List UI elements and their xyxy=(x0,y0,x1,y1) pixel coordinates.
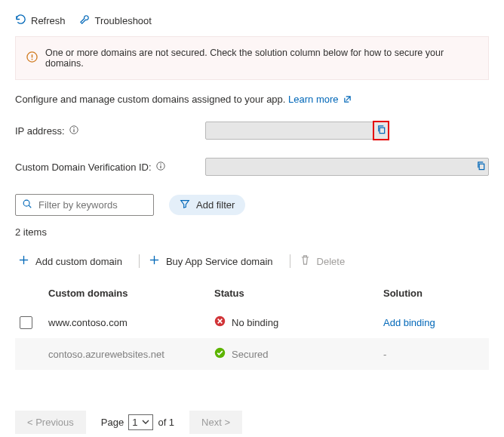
copy-icon[interactable] xyxy=(376,125,386,137)
plus-icon xyxy=(18,254,29,268)
col-status: Status xyxy=(214,288,383,299)
next-page-button: Next > xyxy=(189,411,242,434)
svg-point-5 xyxy=(73,127,75,128)
refresh-icon xyxy=(15,14,26,27)
previous-page-button: < Previous xyxy=(15,411,86,434)
warning-banner: One or more domains are not secured. Che… xyxy=(15,36,489,80)
svg-point-9 xyxy=(160,163,161,165)
chevron-down-icon xyxy=(142,417,149,428)
divider xyxy=(290,254,290,268)
ip-address-label: IP address: xyxy=(15,125,205,137)
svg-rect-6 xyxy=(380,128,385,133)
external-link-icon xyxy=(341,94,352,105)
warning-text: One or more domains are not secured. Che… xyxy=(45,48,478,69)
table-row: contoso.azurewebsites.net Secured - xyxy=(15,338,489,370)
domain-cell: www.contoso.com xyxy=(48,317,214,328)
toolbar: Refresh Troubleshoot xyxy=(15,14,489,27)
refresh-button[interactable]: Refresh xyxy=(15,14,66,27)
search-icon xyxy=(22,198,32,211)
learn-more-link[interactable]: Learn more xyxy=(288,94,352,105)
page-of-label: of 1 xyxy=(158,417,174,428)
keyword-filter[interactable] xyxy=(15,194,154,216)
add-filter-label: Add filter xyxy=(196,199,235,211)
refresh-label: Refresh xyxy=(31,15,66,26)
delete-button: Delete xyxy=(297,251,356,271)
filter-row: Add filter xyxy=(15,194,489,216)
success-icon xyxy=(214,347,226,361)
troubleshoot-label: Troubleshoot xyxy=(95,15,152,26)
col-domain: Custom domains xyxy=(48,288,214,299)
cdv-id-label: Custom Domain Verification ID: xyxy=(15,162,205,173)
trash-icon xyxy=(300,254,311,268)
filter-icon xyxy=(180,198,190,211)
cdv-id-field[interactable] xyxy=(205,158,489,176)
copy-icon[interactable] xyxy=(476,161,486,173)
svg-line-12 xyxy=(29,205,31,208)
items-count: 2 items xyxy=(15,226,489,238)
col-solution: Solution xyxy=(383,288,489,299)
domains-table: Custom domains Status Solution www.conto… xyxy=(15,280,489,370)
ip-address-row: IP address: xyxy=(15,122,489,140)
info-icon[interactable] xyxy=(156,162,165,173)
status-cell: Secured xyxy=(214,347,383,361)
cdv-id-row: Custom Domain Verification ID: xyxy=(15,158,489,176)
page-select[interactable]: 1 xyxy=(128,414,153,430)
keyword-input[interactable] xyxy=(38,199,147,211)
add-filter-button[interactable]: Add filter xyxy=(169,195,245,215)
svg-point-11 xyxy=(23,200,29,206)
table-row: www.contoso.com No binding Add binding xyxy=(15,306,489,338)
add-custom-domain-button[interactable]: Add custom domain xyxy=(15,251,133,271)
troubleshoot-button[interactable]: Troubleshoot xyxy=(79,14,152,27)
solution-cell: - xyxy=(383,349,489,360)
action-bar: Add custom domain Buy App Service domain… xyxy=(15,251,489,271)
info-warning-icon xyxy=(26,51,38,65)
status-cell: No binding xyxy=(214,315,383,329)
row-checkbox[interactable] xyxy=(20,316,32,329)
svg-point-2 xyxy=(32,59,33,60)
page-label: Page xyxy=(101,417,124,428)
domain-cell: contoso.azurewebsites.net xyxy=(48,349,214,360)
error-icon xyxy=(214,315,226,329)
description-text: Configure and manage custom domains assi… xyxy=(15,94,489,105)
add-binding-link[interactable]: Add binding xyxy=(383,317,489,328)
pagination: < Previous Page 1 of 1 Next > xyxy=(15,411,489,434)
plus-icon xyxy=(149,254,160,268)
buy-app-service-domain-button[interactable]: Buy App Service domain xyxy=(146,251,284,271)
ip-address-field[interactable] xyxy=(205,122,389,140)
divider xyxy=(139,254,140,268)
svg-rect-10 xyxy=(479,164,484,169)
wrench-icon xyxy=(79,14,91,27)
table-header: Custom domains Status Solution xyxy=(15,280,489,306)
info-icon[interactable] xyxy=(69,125,78,137)
